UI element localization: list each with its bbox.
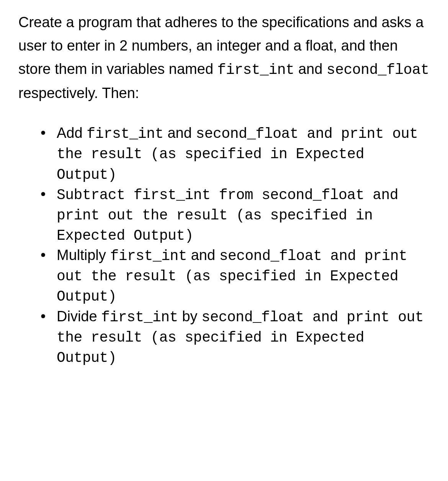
- item-var2: second_float: [219, 248, 322, 264]
- item-prefix: Multiply: [57, 247, 110, 263]
- item-var1: first_int: [87, 126, 164, 142]
- list-item: Add first_int and second_float and print…: [57, 123, 430, 184]
- item-prefix: Divide: [57, 308, 101, 324]
- item-var1: first_int: [110, 248, 187, 264]
- requirements-list: Add first_int and second_float and print…: [18, 123, 430, 368]
- item-tail: Subtract first_int from second_float and…: [57, 187, 398, 244]
- list-item: Multiply first_int and second_float and …: [57, 245, 430, 306]
- intro-code-first-int: first_int: [217, 62, 294, 78]
- item-var1: first_int: [101, 309, 178, 326]
- intro-text-after: respectively. Then:: [18, 85, 139, 101]
- item-middle: by: [178, 308, 201, 324]
- item-var2: second_float: [196, 126, 298, 142]
- list-item: Divide first_int by second_float and pri…: [57, 307, 430, 368]
- intro-paragraph: Create a program that adheres to the spe…: [18, 11, 430, 105]
- intro-code-second-float: second_float: [327, 62, 429, 78]
- list-item: Subtract first_int from second_float and…: [57, 185, 430, 245]
- item-prefix: Add: [57, 125, 87, 141]
- item-middle: and: [187, 247, 219, 263]
- intro-text-middle: and: [294, 61, 327, 77]
- item-middle: and: [164, 125, 196, 141]
- item-var2: second_float: [201, 309, 304, 326]
